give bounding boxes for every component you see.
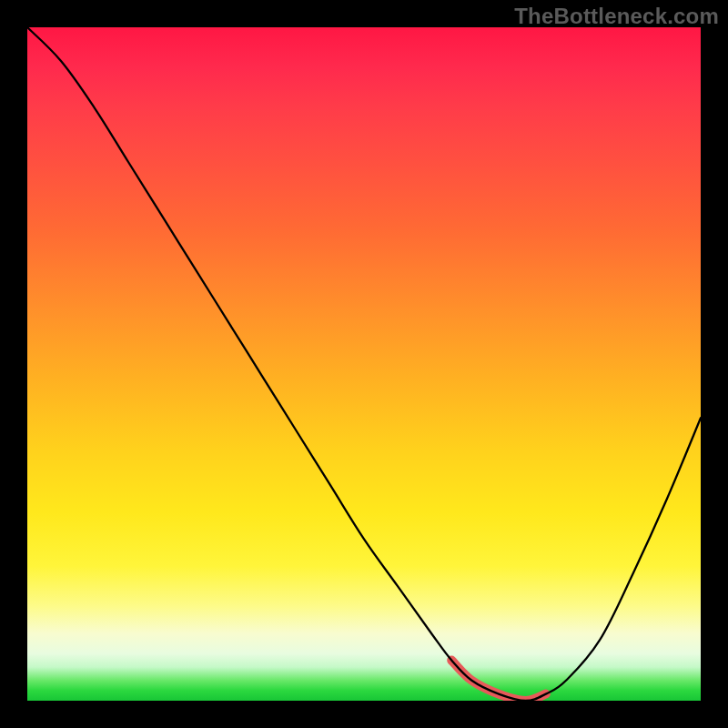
chart-svg — [27, 27, 701, 701]
bottleneck-curve — [27, 27, 701, 701]
chart-frame: TheBottleneck.com — [0, 0, 728, 728]
plot-area — [27, 27, 701, 701]
watermark-text: TheBottleneck.com — [514, 4, 719, 29]
